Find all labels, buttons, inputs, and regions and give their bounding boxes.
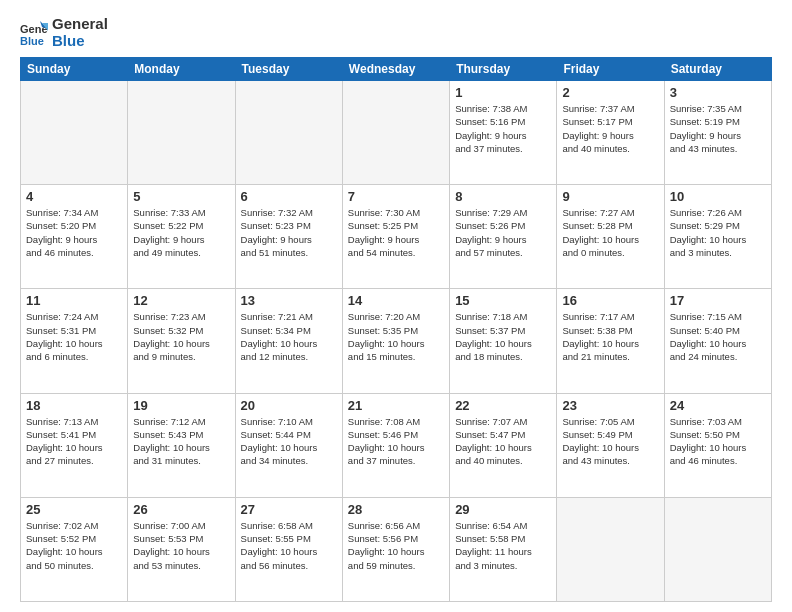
day-info: Sunrise: 7:34 AMSunset: 5:20 PMDaylight:… <box>26 206 122 259</box>
calendar-cell: 23Sunrise: 7:05 AMSunset: 5:49 PMDayligh… <box>557 393 664 497</box>
calendar-cell <box>128 81 235 185</box>
calendar-cell: 15Sunrise: 7:18 AMSunset: 5:37 PMDayligh… <box>450 289 557 393</box>
calendar-cell: 21Sunrise: 7:08 AMSunset: 5:46 PMDayligh… <box>342 393 449 497</box>
day-number: 21 <box>348 398 444 413</box>
day-info: Sunrise: 7:33 AMSunset: 5:22 PMDaylight:… <box>133 206 229 259</box>
day-number: 10 <box>670 189 766 204</box>
day-number: 22 <box>455 398 551 413</box>
calendar-cell: 7Sunrise: 7:30 AMSunset: 5:25 PMDaylight… <box>342 185 449 289</box>
calendar-week-row: 4Sunrise: 7:34 AMSunset: 5:20 PMDaylight… <box>21 185 772 289</box>
day-info: Sunrise: 7:10 AMSunset: 5:44 PMDaylight:… <box>241 415 337 468</box>
calendar-cell: 4Sunrise: 7:34 AMSunset: 5:20 PMDaylight… <box>21 185 128 289</box>
day-number: 18 <box>26 398 122 413</box>
calendar-header-friday: Friday <box>557 58 664 81</box>
day-number: 11 <box>26 293 122 308</box>
calendar-cell: 5Sunrise: 7:33 AMSunset: 5:22 PMDaylight… <box>128 185 235 289</box>
logo-text-blue: Blue <box>52 33 108 50</box>
day-info: Sunrise: 7:00 AMSunset: 5:53 PMDaylight:… <box>133 519 229 572</box>
day-number: 3 <box>670 85 766 100</box>
calendar-header-saturday: Saturday <box>664 58 771 81</box>
day-number: 6 <box>241 189 337 204</box>
day-info: Sunrise: 7:26 AMSunset: 5:29 PMDaylight:… <box>670 206 766 259</box>
day-number: 15 <box>455 293 551 308</box>
calendar-cell: 9Sunrise: 7:27 AMSunset: 5:28 PMDaylight… <box>557 185 664 289</box>
calendar-cell: 17Sunrise: 7:15 AMSunset: 5:40 PMDayligh… <box>664 289 771 393</box>
calendar-cell: 2Sunrise: 7:37 AMSunset: 5:17 PMDaylight… <box>557 81 664 185</box>
day-number: 25 <box>26 502 122 517</box>
calendar-cell <box>21 81 128 185</box>
day-info: Sunrise: 7:02 AMSunset: 5:52 PMDaylight:… <box>26 519 122 572</box>
svg-text:Blue: Blue <box>20 35 44 47</box>
calendar-cell: 28Sunrise: 6:56 AMSunset: 5:56 PMDayligh… <box>342 497 449 601</box>
day-number: 2 <box>562 85 658 100</box>
day-info: Sunrise: 7:20 AMSunset: 5:35 PMDaylight:… <box>348 310 444 363</box>
day-info: Sunrise: 7:38 AMSunset: 5:16 PMDaylight:… <box>455 102 551 155</box>
day-number: 26 <box>133 502 229 517</box>
calendar-cell: 20Sunrise: 7:10 AMSunset: 5:44 PMDayligh… <box>235 393 342 497</box>
calendar-cell: 29Sunrise: 6:54 AMSunset: 5:58 PMDayligh… <box>450 497 557 601</box>
calendar-cell: 11Sunrise: 7:24 AMSunset: 5:31 PMDayligh… <box>21 289 128 393</box>
calendar-header-thursday: Thursday <box>450 58 557 81</box>
calendar-week-row: 11Sunrise: 7:24 AMSunset: 5:31 PMDayligh… <box>21 289 772 393</box>
calendar-cell: 22Sunrise: 7:07 AMSunset: 5:47 PMDayligh… <box>450 393 557 497</box>
calendar-cell: 8Sunrise: 7:29 AMSunset: 5:26 PMDaylight… <box>450 185 557 289</box>
calendar-header-monday: Monday <box>128 58 235 81</box>
day-number: 8 <box>455 189 551 204</box>
calendar-cell: 10Sunrise: 7:26 AMSunset: 5:29 PMDayligh… <box>664 185 771 289</box>
calendar-cell: 6Sunrise: 7:32 AMSunset: 5:23 PMDaylight… <box>235 185 342 289</box>
day-number: 24 <box>670 398 766 413</box>
day-info: Sunrise: 7:23 AMSunset: 5:32 PMDaylight:… <box>133 310 229 363</box>
logo-text-general: General <box>52 16 108 33</box>
day-number: 28 <box>348 502 444 517</box>
day-info: Sunrise: 7:05 AMSunset: 5:49 PMDaylight:… <box>562 415 658 468</box>
day-number: 27 <box>241 502 337 517</box>
day-number: 4 <box>26 189 122 204</box>
day-number: 5 <box>133 189 229 204</box>
calendar-week-row: 18Sunrise: 7:13 AMSunset: 5:41 PMDayligh… <box>21 393 772 497</box>
calendar-cell: 14Sunrise: 7:20 AMSunset: 5:35 PMDayligh… <box>342 289 449 393</box>
calendar-cell <box>664 497 771 601</box>
day-info: Sunrise: 7:37 AMSunset: 5:17 PMDaylight:… <box>562 102 658 155</box>
day-info: Sunrise: 7:13 AMSunset: 5:41 PMDaylight:… <box>26 415 122 468</box>
day-number: 20 <box>241 398 337 413</box>
logo-icon: General Blue <box>20 19 48 47</box>
day-number: 7 <box>348 189 444 204</box>
day-number: 17 <box>670 293 766 308</box>
calendar-cell: 16Sunrise: 7:17 AMSunset: 5:38 PMDayligh… <box>557 289 664 393</box>
day-info: Sunrise: 6:54 AMSunset: 5:58 PMDaylight:… <box>455 519 551 572</box>
day-number: 19 <box>133 398 229 413</box>
day-info: Sunrise: 6:56 AMSunset: 5:56 PMDaylight:… <box>348 519 444 572</box>
header: General Blue General Blue <box>20 16 772 49</box>
calendar-cell: 25Sunrise: 7:02 AMSunset: 5:52 PMDayligh… <box>21 497 128 601</box>
calendar-cell: 13Sunrise: 7:21 AMSunset: 5:34 PMDayligh… <box>235 289 342 393</box>
calendar-header-row: SundayMondayTuesdayWednesdayThursdayFrid… <box>21 58 772 81</box>
calendar-cell: 19Sunrise: 7:12 AMSunset: 5:43 PMDayligh… <box>128 393 235 497</box>
day-number: 9 <box>562 189 658 204</box>
day-info: Sunrise: 6:58 AMSunset: 5:55 PMDaylight:… <box>241 519 337 572</box>
calendar-header-wednesday: Wednesday <box>342 58 449 81</box>
calendar-week-row: 1Sunrise: 7:38 AMSunset: 5:16 PMDaylight… <box>21 81 772 185</box>
day-number: 13 <box>241 293 337 308</box>
calendar-header-sunday: Sunday <box>21 58 128 81</box>
calendar-cell: 27Sunrise: 6:58 AMSunset: 5:55 PMDayligh… <box>235 497 342 601</box>
calendar-table: SundayMondayTuesdayWednesdayThursdayFrid… <box>20 57 772 602</box>
calendar-header-tuesday: Tuesday <box>235 58 342 81</box>
calendar-cell: 26Sunrise: 7:00 AMSunset: 5:53 PMDayligh… <box>128 497 235 601</box>
calendar-cell <box>342 81 449 185</box>
calendar-cell <box>557 497 664 601</box>
day-info: Sunrise: 7:21 AMSunset: 5:34 PMDaylight:… <box>241 310 337 363</box>
calendar-cell: 12Sunrise: 7:23 AMSunset: 5:32 PMDayligh… <box>128 289 235 393</box>
page: General Blue General Blue SundayMondayTu… <box>0 0 792 612</box>
day-info: Sunrise: 7:27 AMSunset: 5:28 PMDaylight:… <box>562 206 658 259</box>
day-info: Sunrise: 7:03 AMSunset: 5:50 PMDaylight:… <box>670 415 766 468</box>
calendar-cell <box>235 81 342 185</box>
logo: General Blue General Blue <box>20 16 108 49</box>
day-info: Sunrise: 7:29 AMSunset: 5:26 PMDaylight:… <box>455 206 551 259</box>
day-number: 12 <box>133 293 229 308</box>
day-info: Sunrise: 7:12 AMSunset: 5:43 PMDaylight:… <box>133 415 229 468</box>
calendar-week-row: 25Sunrise: 7:02 AMSunset: 5:52 PMDayligh… <box>21 497 772 601</box>
calendar-cell: 3Sunrise: 7:35 AMSunset: 5:19 PMDaylight… <box>664 81 771 185</box>
day-info: Sunrise: 7:32 AMSunset: 5:23 PMDaylight:… <box>241 206 337 259</box>
day-info: Sunrise: 7:18 AMSunset: 5:37 PMDaylight:… <box>455 310 551 363</box>
day-info: Sunrise: 7:24 AMSunset: 5:31 PMDaylight:… <box>26 310 122 363</box>
